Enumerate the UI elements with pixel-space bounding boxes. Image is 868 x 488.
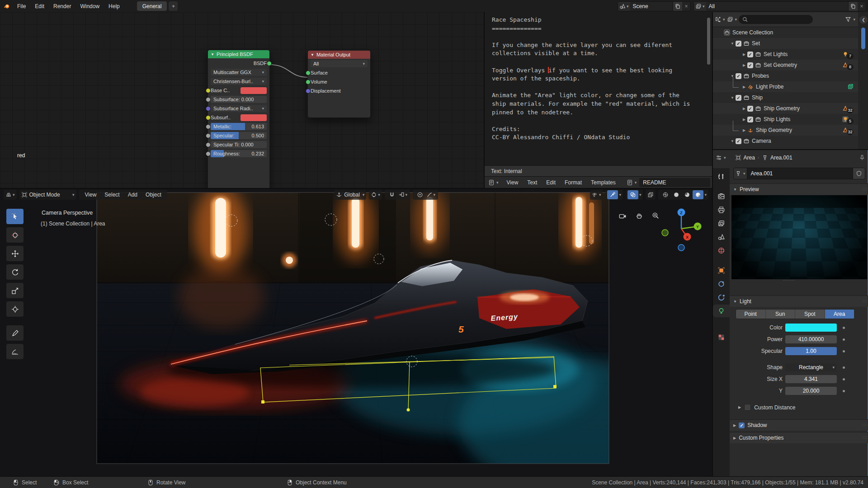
expand-arrow-icon[interactable]: ▼: [729, 139, 736, 143]
animate-dot[interactable]: [843, 350, 845, 352]
proportional-toggle[interactable]: [415, 190, 425, 199]
bsdf-output-socket[interactable]: [267, 61, 272, 66]
show-overlays-toggle[interactable]: [627, 190, 638, 199]
outliner-scrollbar[interactable]: [861, 28, 865, 49]
light-type-sun[interactable]: Sun: [766, 310, 796, 319]
topbar-menu-file[interactable]: File: [13, 0, 30, 12]
light-preview[interactable]: [731, 195, 867, 279]
shading-rendered-button[interactable]: [693, 190, 703, 199]
outliner-row-ship-geometry[interactable]: ▶✓Ship Geometry32: [713, 103, 868, 114]
drag-dots[interactable]: ········: [862, 188, 868, 191]
green-socket[interactable]: [306, 80, 311, 84]
unlink-scene-button[interactable]: ×: [682, 2, 690, 11]
purple-socket[interactable]: [306, 89, 311, 94]
value-slider[interactable]: Metallic:0.613: [211, 123, 267, 130]
outliner-row-scene-collection[interactable]: Scene Collection: [713, 27, 868, 38]
tool-cursor[interactable]: [6, 227, 24, 243]
value-slider[interactable]: Roughness:0.232: [211, 150, 267, 157]
text-line[interactable]: collections visible at a time.: [492, 49, 690, 58]
snap-target-dropdown[interactable]: ▾: [397, 190, 408, 199]
subsurface-method-dropdown[interactable]: Christensen-Burl..▾: [211, 77, 267, 85]
text-content[interactable]: Race Spaceship============== If you chan…: [492, 16, 690, 142]
collection-checkbox[interactable]: ✓: [747, 117, 753, 122]
show-gizmos-toggle[interactable]: [607, 190, 618, 199]
text-line[interactable]: version of the spaceship.: [492, 75, 690, 83]
gray-socket[interactable]: [206, 97, 211, 102]
properties-context-button[interactable]: ▾: [716, 155, 726, 161]
text-line[interactable]: pinned to the nodetree.: [492, 108, 690, 117]
light-size-y-field[interactable]: 20.000: [785, 387, 837, 395]
editor-type-button[interactable]: ▾: [4, 190, 17, 200]
collection-checkbox[interactable]: ✓: [747, 52, 753, 57]
collection-checkbox[interactable]: ✓: [736, 95, 741, 101]
camera-view-button[interactable]: [618, 212, 627, 220]
text-line[interactable]: [492, 117, 690, 125]
light-name-field[interactable]: Area.001: [747, 168, 853, 179]
color-swatch[interactable]: [241, 87, 267, 94]
principled-bsdf-node[interactable]: ▼ Principled BSDF BSDF Multiscatter GGX▾…: [208, 50, 270, 188]
outliner-search-input[interactable]: [739, 15, 813, 24]
light-color-field[interactable]: [785, 324, 837, 332]
display-mode-button[interactable]: ▾: [715, 16, 725, 23]
pan-view-button[interactable]: [635, 212, 643, 220]
panel-light[interactable]: ▼Light········: [730, 296, 868, 307]
viewport-menu-object[interactable]: Object: [142, 190, 165, 200]
view-layer-icon-box[interactable]: ▾: [694, 2, 706, 11]
filter-button[interactable]: ▾: [845, 16, 855, 23]
text-line[interactable]: CC-BY Alessandro Chiffi / ONdata Studio: [492, 133, 690, 142]
drag-dots[interactable]: ········: [862, 423, 868, 427]
distribution-dropdown[interactable]: Multiscatter GGX▾: [211, 68, 267, 76]
light-type-point[interactable]: Point: [736, 310, 766, 319]
topbar-menu-help[interactable]: Help: [104, 0, 124, 12]
light-type-spot[interactable]: Spot: [795, 310, 825, 319]
text-menu-edit[interactable]: Edit: [542, 177, 560, 188]
text-datablock-button[interactable]: ▾: [627, 179, 637, 186]
falloff-dropdown[interactable]: ▾: [425, 190, 436, 199]
tool-measure[interactable]: [6, 344, 24, 359]
yellow-socket[interactable]: [206, 88, 211, 93]
collection-checkbox[interactable]: ✓: [747, 62, 753, 68]
green-socket[interactable]: [306, 70, 311, 75]
fake-user-shield-button[interactable]: [853, 168, 865, 179]
text-line[interactable]: [492, 58, 690, 66]
tool-select-box[interactable]: [6, 209, 24, 224]
text-line[interactable]: ship materials. For example the "red" ma…: [492, 100, 690, 108]
text-menu-text[interactable]: Text: [523, 177, 542, 188]
animate-dot[interactable]: [843, 338, 845, 341]
text-menu-format[interactable]: Format: [560, 177, 586, 188]
add-workspace-button[interactable]: +: [169, 1, 178, 11]
drag-dots[interactable]: ········: [862, 300, 868, 303]
outliner-row-set-lights[interactable]: ▶✓Set Lights7: [713, 49, 868, 60]
topbar-menu-edit[interactable]: Edit: [30, 0, 49, 12]
filter-mode-button[interactable]: ▾: [727, 16, 737, 23]
material-output-node[interactable]: ▼ Material Output All▾ SurfaceVolumeDisp…: [307, 50, 371, 118]
topbar-menu-render[interactable]: Render: [49, 0, 75, 12]
collection-checkbox[interactable]: ✓: [736, 41, 741, 47]
text-line[interactable]: [492, 33, 690, 41]
gray-socket[interactable]: [206, 133, 211, 138]
expand-arrow-icon[interactable]: ▶: [741, 85, 747, 89]
scene-icon[interactable]: ▾: [618, 2, 630, 11]
gray-socket[interactable]: [206, 124, 211, 129]
text-line[interactable]: Race Spaceship: [492, 16, 690, 24]
transform-orientation-dropdown[interactable]: Global▾: [334, 190, 366, 200]
panel-custom-properties[interactable]: ▶Custom Properties········: [730, 432, 868, 443]
collapse-region-icon[interactable]: ❮: [859, 16, 868, 24]
text-menu-templates[interactable]: Templates: [586, 177, 620, 188]
dropdown-widget[interactable]: Subsurface Radi..▾: [211, 105, 267, 112]
light-datablock-dropdown[interactable]: ▾: [733, 168, 747, 179]
text-line[interactable]: ==============: [492, 24, 690, 33]
expand-arrow-icon[interactable]: ▼: [729, 96, 736, 100]
blender-logo-icon[interactable]: [4, 3, 10, 9]
expand-arrow-icon[interactable]: ▶: [741, 107, 747, 111]
workspace-tab-general[interactable]: General: [137, 1, 167, 11]
breadcrumb-data[interactable]: Area.001: [762, 155, 793, 161]
gray-socket[interactable]: [206, 151, 211, 156]
collapse-arrow-icon[interactable]: ▼: [211, 52, 214, 56]
outliner-row-set[interactable]: ▼✓Set: [713, 38, 868, 49]
animate-dot[interactable]: [843, 390, 845, 392]
tool-scale[interactable]: [6, 283, 24, 298]
outliner-row-ship-geometry[interactable]: ▶Ship Geometry32: [713, 125, 868, 136]
value-slider[interactable]: Specular:0.500: [211, 132, 267, 139]
value-slider[interactable]: Specular Ti: 0.000: [211, 141, 267, 148]
